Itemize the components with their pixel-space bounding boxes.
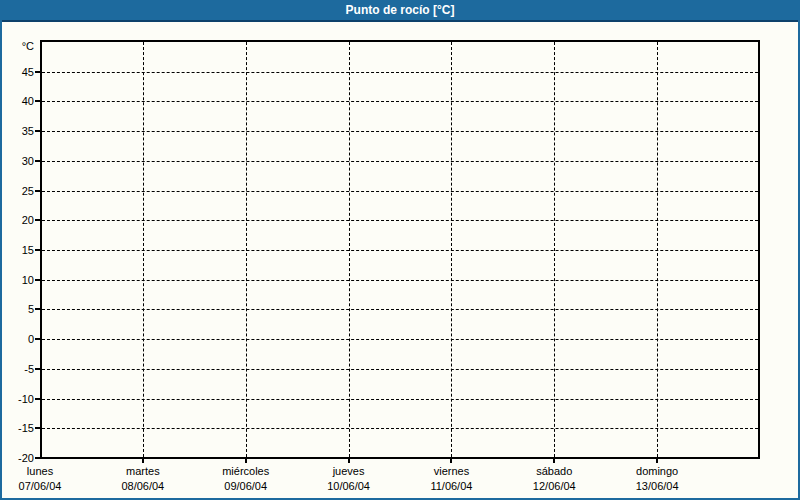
day-name: jueves <box>294 464 404 479</box>
day-date: 12/06/04 <box>499 479 609 494</box>
day-date: 09/06/04 <box>191 479 301 494</box>
x-tick-mark <box>245 459 247 463</box>
plot-area <box>40 40 760 459</box>
chart-window: Punto de rocío [°C] °C 45403530252015105… <box>0 0 800 500</box>
y-tick-label: 5 <box>0 302 34 316</box>
day-date: 08/06/04 <box>88 479 198 494</box>
y-tick-label: 15 <box>0 243 34 257</box>
y-tick-label: -15 <box>0 421 34 435</box>
y-tick-label: 35 <box>0 124 34 138</box>
y-tick-label: -5 <box>0 362 34 376</box>
y-tick-mark <box>35 249 40 251</box>
y-tick-mark <box>35 160 40 162</box>
y-tick-label: 45 <box>0 65 34 79</box>
x-tick-mark <box>142 459 144 463</box>
day-name: sábado <box>499 464 609 479</box>
day-label: miércoles09/06/04 <box>191 464 301 494</box>
day-label: sábado12/06/04 <box>499 464 609 494</box>
day-name: domingo <box>602 464 712 479</box>
y-tick-mark <box>35 368 40 370</box>
x-tick-mark <box>656 459 658 463</box>
chart-titlebar: Punto de rocío [°C] <box>0 0 800 22</box>
y-tick-mark <box>35 338 40 340</box>
y-tick-mark <box>35 279 40 281</box>
x-tick-mark <box>450 459 452 463</box>
day-date: 07/06/04 <box>0 479 95 494</box>
y-tick-label: 20 <box>0 213 34 227</box>
y-tick-mark <box>35 130 40 132</box>
y-tick-mark <box>35 71 40 73</box>
y-tick-mark <box>35 308 40 310</box>
y-tick-label: -10 <box>0 392 34 406</box>
y-axis-unit-label: °C <box>0 40 34 53</box>
y-tick-label: -20 <box>0 451 34 465</box>
day-name: martes <box>88 464 198 479</box>
y-tick-mark <box>35 398 40 400</box>
day-label: viernes11/06/04 <box>396 464 506 494</box>
day-date: 13/06/04 <box>602 479 712 494</box>
chart-title: Punto de rocío [°C] <box>346 0 455 20</box>
y-tick-label: 25 <box>0 184 34 198</box>
day-label: jueves10/06/04 <box>294 464 404 494</box>
y-tick-label: 0 <box>0 332 34 346</box>
y-tick-mark <box>35 427 40 429</box>
y-tick-mark <box>35 190 40 192</box>
day-date: 11/06/04 <box>396 479 506 494</box>
y-tick-mark <box>35 219 40 221</box>
day-label: domingo13/06/04 <box>602 464 712 494</box>
y-tick-mark <box>35 100 40 102</box>
day-date: 10/06/04 <box>294 479 404 494</box>
y-tick-label: 10 <box>0 273 34 287</box>
x-tick-mark <box>553 459 555 463</box>
x-tick-mark <box>348 459 350 463</box>
y-tick-label: 30 <box>0 154 34 168</box>
day-name: miércoles <box>191 464 301 479</box>
y-tick-mark <box>35 457 40 459</box>
day-name: lunes <box>0 464 95 479</box>
day-label: lunes07/06/04 <box>0 464 95 494</box>
day-name: viernes <box>396 464 506 479</box>
y-tick-label: 40 <box>0 94 34 108</box>
day-label: martes08/06/04 <box>88 464 198 494</box>
